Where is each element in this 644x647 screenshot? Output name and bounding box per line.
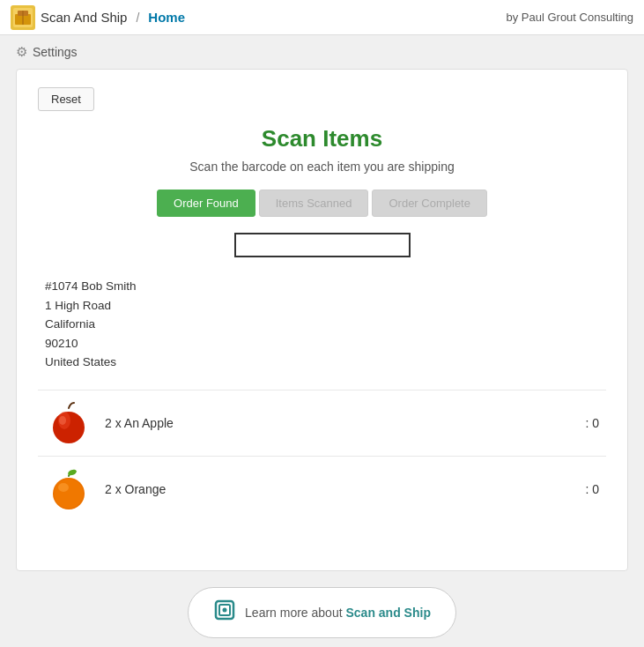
address-line1: #1074 Bob Smith <box>45 277 606 296</box>
settings-row[interactable]: ⚙ Settings <box>0 35 644 69</box>
app-icon <box>11 5 35 30</box>
footer-text: Learn more about Scan and Ship <box>245 606 431 620</box>
svg-point-10 <box>58 483 69 492</box>
step-order-complete: Order Complete <box>372 190 486 217</box>
scan-input[interactable] <box>234 233 411 257</box>
svg-point-9 <box>53 478 85 509</box>
gear-icon: ⚙ <box>16 44 27 60</box>
app-title: Scan And Ship <box>41 10 127 25</box>
breadcrumb-separator: / <box>136 11 139 25</box>
apple-label: 2 x An Apple <box>105 416 573 430</box>
header-left: Scan And Ship / Home <box>11 5 185 30</box>
orange-count: : 0 <box>573 482 599 496</box>
settings-label: Settings <box>33 45 78 59</box>
scan-title: Scan Items <box>38 125 606 152</box>
footer-text-before: Learn more about <box>245 606 345 620</box>
address-line3: California <box>45 315 606 334</box>
step-buttons: Order Found Items Scanned Order Complete <box>38 190 606 217</box>
author-label: by Paul Grout Consulting <box>506 11 633 24</box>
step-items-scanned: Items Scanned <box>259 190 369 217</box>
footer-pill: Learn more about Scan and Ship <box>188 587 456 638</box>
step-order-found[interactable]: Order Found <box>157 190 255 217</box>
reset-button[interactable]: Reset <box>38 87 94 111</box>
address-line4: 90210 <box>45 334 606 353</box>
item-row-apple: 2 x An Apple : 0 <box>38 390 606 456</box>
scan-ship-icon <box>213 599 236 627</box>
footer-link[interactable]: Scan and Ship <box>345 606 430 620</box>
scan-input-wrap <box>38 233 606 257</box>
orange-label: 2 x Orange <box>105 482 573 496</box>
address-line2: 1 High Road <box>45 296 606 316</box>
main-card: Reset Scan Items Scan the barcode on eac… <box>16 69 628 571</box>
orange-image <box>45 465 93 513</box>
svg-point-7 <box>59 416 66 425</box>
address-line5: United States <box>45 353 606 372</box>
scan-subtitle: Scan the barcode on each item you are sh… <box>38 160 606 174</box>
item-row-orange: 2 x Orange : 0 <box>38 456 606 522</box>
apple-count: : 0 <box>573 416 599 430</box>
header: Scan And Ship / Home by Paul Grout Consu… <box>0 0 644 35</box>
apple-image <box>45 399 93 447</box>
footer: Learn more about Scan and Ship <box>0 587 644 647</box>
address-block: #1074 Bob Smith 1 High Road California 9… <box>45 277 606 372</box>
svg-point-14 <box>223 608 227 613</box>
breadcrumb-home[interactable]: Home <box>148 10 185 25</box>
